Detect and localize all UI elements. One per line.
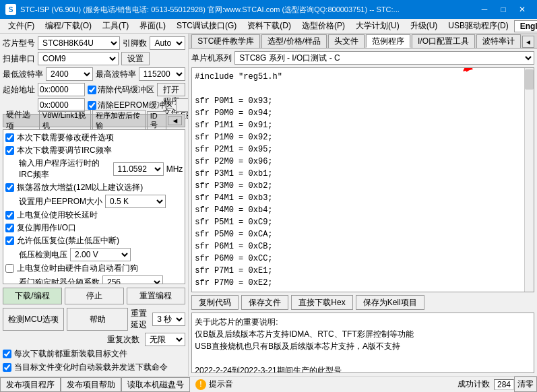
save-file-button[interactable]: 保存文件 <box>241 295 288 310</box>
menu-file[interactable]: 文件(F) <box>3 19 40 33</box>
read-id-button[interactable]: 读取本机磁盘号 <box>121 377 190 392</box>
power-reset-checkbox[interactable] <box>5 211 14 220</box>
amp-checkbox[interactable] <box>5 183 14 192</box>
main-content: 芯片型号 STC8H8K64U 引脚数 Auto 扫描串口 COM9 设置 最低… <box>0 34 537 376</box>
red-arrow-indicator <box>460 67 513 77</box>
tab-pricing[interactable]: 选型/价格/样品 <box>261 34 327 48</box>
clear-count-button[interactable]: 清零 <box>514 377 537 392</box>
adjust-irc-label: 本次下载需要调节IRC频率 <box>17 145 112 156</box>
watchdog-div-select[interactable]: 256 <box>102 275 163 284</box>
maximize-button[interactable]: □ <box>494 3 513 16</box>
adjust-irc-checkbox[interactable] <box>5 146 14 155</box>
download-button[interactable]: 下载/编程 <box>3 288 62 304</box>
menu-tools[interactable]: 工具(T) <box>97 19 134 33</box>
tab-io-config[interactable]: I/O口配置工具 <box>412 34 475 48</box>
start-addr-label: 起始地址 <box>3 84 35 96</box>
com-label: 扫描串口 <box>3 53 35 65</box>
clear-eeprom-checkbox[interactable] <box>88 101 96 110</box>
low-power-checkbox[interactable] <box>5 236 14 245</box>
minimize-button[interactable]: ─ <box>475 3 494 16</box>
menu-ui[interactable]: 界面(L) <box>134 19 171 33</box>
auto-send-checkbox[interactable] <box>3 363 11 372</box>
chip-select[interactable]: STC8H8K64U <box>38 36 120 50</box>
low-vol-select[interactable]: 2.00 V <box>70 248 131 261</box>
menu-upgrade[interactable]: 升级(U) <box>405 19 443 33</box>
com-select[interactable]: COM9 <box>38 52 119 65</box>
code-scrollbar-v[interactable] <box>524 68 534 292</box>
info-area: 关于此芯片的重要说明: 仅B版及后续版本芯片支持IDMA、RTC、TFT彩屏控制… <box>191 313 534 373</box>
pub-help-button[interactable]: 发布项目帮助 <box>61 377 121 392</box>
engine-select[interactable]: Auto <box>150 36 185 50</box>
amp-label: 振荡器放大增益(12M以上建议选择) <box>17 182 143 193</box>
reprog-button[interactable]: 重置编程 <box>127 288 186 304</box>
copy-code-button[interactable]: 复制代码 <box>191 295 239 310</box>
stop-button[interactable]: 停止 <box>65 288 124 304</box>
auto-send-label: 当目标文件变化时自动装载并发送下载命令 <box>14 362 168 373</box>
tabs-bar: STC硬件教学库 选型/价格/样品 头文件 范例程序 I/O口配置工具 波特率计… <box>189 34 537 48</box>
hw-tab-v8w[interactable]: V8W/Link1脱机 <box>39 110 91 131</box>
low-vol-row: 低压检测电压 2.00 V <box>5 248 183 261</box>
tab-examples[interactable]: 范例程序 <box>366 34 410 48</box>
hw-tab-id[interactable]: ID号 <box>147 111 167 131</box>
bottom-action-btns: 下载/编程 停止 重置编程 <box>3 288 185 304</box>
direct-hex-button[interactable]: 直接下载Hex <box>291 295 352 310</box>
save-keil-button[interactable]: 保存为Keil项目 <box>356 295 424 310</box>
close-button[interactable]: ✕ <box>513 3 532 16</box>
scrollbar-thumb[interactable] <box>525 69 534 90</box>
power-reset-label: 上电复位使用较长延时 <box>17 209 98 221</box>
watchdog-checkbox[interactable] <box>5 264 14 273</box>
menu-download[interactable]: 资料下载(D) <box>242 19 296 33</box>
pub-prog-button[interactable]: 发布项目程序 <box>0 377 61 392</box>
menu-program[interactable]: 编程/下载(O) <box>40 19 97 33</box>
repeat-select[interactable]: 无限 <box>145 333 185 346</box>
menu-usb-driver[interactable]: USB驱动程序(D) <box>443 19 513 33</box>
app-icon: S <box>5 4 16 15</box>
tab-hw-lib[interactable]: STC硬件教学库 <box>191 34 260 48</box>
menu-pricing[interactable]: 选型价格(P) <box>296 19 350 33</box>
clear-code-checkbox[interactable] <box>88 86 96 94</box>
watchdog-div-row: 看门狗定时器分频系数 256 <box>5 275 183 284</box>
max-baud-select[interactable]: 115200 <box>139 67 186 81</box>
code-btns: 复制代码 保存文件 直接下载Hex 保存为Keil项目 <box>191 295 534 310</box>
red-arrow-svg <box>460 67 513 75</box>
reset-io-checkbox[interactable] <box>5 224 14 232</box>
min-baud-select[interactable]: 2400 <box>46 67 93 81</box>
delay-select[interactable]: 3 秒 <box>152 313 185 326</box>
settings-button[interactable]: 设置 <box>121 52 150 65</box>
max-baud-label: 最高波特率 <box>96 69 136 80</box>
status-bar: 发布项目程序 发布项目帮助 读取本机磁盘号 ! 提示音 成功计数 284 清零 <box>0 376 537 392</box>
window-title: STC-ISP (V6.90U) (服务电话/销售电话: 0513-550129… <box>20 5 400 15</box>
reload-row: 每次下载前都重新装载目标文件 <box>3 348 185 360</box>
low-power-check-item: 允许低压复位(禁止低压中断) <box>5 235 183 247</box>
bottom-action-btns2: 检测MCU选项 帮助 重置延迟 3 秒 <box>3 308 185 331</box>
hw-scroll-area[interactable]: 本次下载需要修改硬件选项 本次下载需要调节IRC频率 输入用户程序运行时的IRC… <box>3 129 185 284</box>
modify-hw-label: 本次下载需要修改硬件选项 <box>17 132 114 143</box>
repeat-count-label: 重复次数 <box>107 334 139 346</box>
eeprom-size-row: 设置用户EEPROM大小 0.5 K <box>5 195 183 208</box>
success-count: 284 <box>494 379 514 390</box>
open-eeprom-button[interactable]: 打开EEPROM文件 <box>176 98 189 112</box>
code-area[interactable]: #include "reg51.h" sfr P0M1 = 0x93; sfr … <box>191 67 534 292</box>
tab-header[interactable]: 头文件 <box>328 34 365 48</box>
eeprom-size-select[interactable]: 0.5 K <box>105 195 166 208</box>
tip-icon: ! <box>195 379 206 390</box>
detect-mcu-button[interactable]: 检测MCU选项 <box>3 308 64 331</box>
help-button[interactable]: 帮助 <box>67 308 128 331</box>
start-addr-input[interactable] <box>38 83 85 96</box>
menu-university[interactable]: 大学计划(U) <box>350 19 405 33</box>
reload-label: 每次下载前都重新装载目标文件 <box>14 348 127 360</box>
menu-stc-debug[interactable]: STC调试接口(G) <box>171 19 242 33</box>
low-vol-label: 低压检测电压 <box>19 249 67 261</box>
modify-hw-checkbox[interactable] <box>5 133 14 142</box>
tab-baud-calc[interactable]: 波特率计 <box>476 34 521 48</box>
open-prog-button[interactable]: 打开程序文件 <box>157 83 185 96</box>
english-button[interactable]: English <box>514 20 537 32</box>
irc-freq-select[interactable]: 11.0592 <box>113 162 164 176</box>
tab-arrow[interactable]: ◄ <box>522 36 534 48</box>
irc-freq-label: 输入用户程序运行时的IRC频率 <box>19 158 110 181</box>
hw-tab-encrypt[interactable]: 程序加密后传输 <box>92 110 146 131</box>
mcu-series-select[interactable]: STC8G 系列 - I/O口测试 - C <box>234 51 534 65</box>
hw-tab-arrow[interactable]: ◄ <box>168 116 182 125</box>
reload-checkbox[interactable] <box>3 350 11 358</box>
start-addr-row: 起始地址 清除代码缓冲区 打开程序文件 <box>3 83 185 96</box>
